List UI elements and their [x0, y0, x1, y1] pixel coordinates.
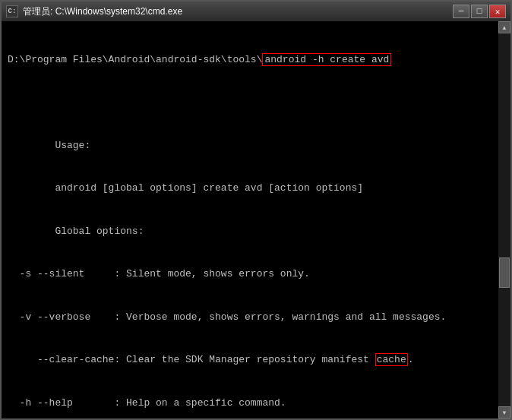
- output-global-opts: Global options:: [8, 225, 504, 239]
- scrollbar-thumb[interactable]: [499, 257, 510, 288]
- scrollbar[interactable]: ▲ ▼: [498, 21, 510, 418]
- cmd-window: C: 管理员: C:\Windows\system32\cmd.exe ─ □ …: [0, 0, 512, 420]
- minimize-button[interactable]: ─: [453, 5, 469, 18]
- maximize-button[interactable]: □: [471, 5, 488, 18]
- scrollbar-track[interactable]: [498, 33, 510, 406]
- cache-highlight: cache: [375, 353, 408, 366]
- title-bar-left: C: 管理员: C:\Windows\system32\cmd.exe: [6, 5, 182, 18]
- close-button[interactable]: ✕: [489, 5, 506, 18]
- terminal-body: D:\Program Files\Android\android-sdk\too…: [2, 21, 510, 418]
- terminal-content: D:\Program Files\Android\android-sdk\too…: [8, 24, 504, 418]
- output-usage-label: Usage:: [8, 139, 504, 153]
- prompt-line-1: D:\Program Files\Android\android-sdk\too…: [8, 53, 504, 68]
- title-bar: C: 管理员: C:\Windows\system32\cmd.exe ─ □ …: [2, 2, 510, 21]
- output-verbose: -v --verbose : Verbose mode, shows error…: [8, 311, 504, 325]
- scroll-down-arrow[interactable]: ▼: [498, 406, 510, 418]
- cmd-icon: C:: [6, 5, 18, 17]
- scroll-up-arrow[interactable]: ▲: [498, 21, 510, 33]
- prompt-text: D:\Program Files\Android\android-sdk\too…: [8, 54, 262, 65]
- window-title: 管理员: C:\Windows\system32\cmd.exe: [23, 5, 182, 18]
- window-controls[interactable]: ─ □ ✕: [453, 5, 506, 18]
- output-silent: -s --silent : Silent mode, shows errors …: [8, 267, 504, 282]
- output-usage-cmd: android [global options] create avd [act…: [8, 182, 504, 196]
- command-highlighted: android -h create avd: [262, 53, 391, 66]
- output-help: -h --help : Help on a specific command.: [8, 396, 504, 411]
- output-line-blank1: [8, 96, 504, 110]
- output-clear-cache: --clear-cache: Clear the SDK Manager rep…: [8, 353, 504, 368]
